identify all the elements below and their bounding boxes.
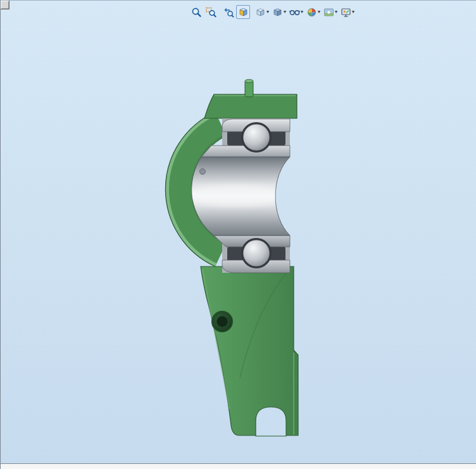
bearing-ball-bottom — [243, 240, 270, 266]
monitor-icon — [341, 7, 351, 18]
apply-scene-button[interactable]: ▾ — [322, 5, 339, 19]
lube-hole — [200, 169, 206, 175]
color-ball-icon — [306, 7, 317, 18]
dropdown-caret[interactable]: ▾ — [266, 9, 269, 15]
status-bar — [1, 463, 476, 469]
dropdown-caret[interactable]: ▾ — [335, 9, 337, 15]
section-cube-icon — [238, 7, 249, 18]
heads-up-toolbar: ▾ ▾ ▾ ▾ — [189, 4, 356, 20]
bearing-ball-top — [243, 124, 270, 151]
scene-picture-icon — [323, 7, 334, 18]
previous-view-button[interactable] — [222, 5, 235, 19]
view-orientation-button[interactable]: ▾ — [254, 5, 270, 19]
glasses-icon — [289, 7, 300, 18]
housing-top-face — [204, 94, 297, 118]
dropdown-caret[interactable]: ▾ — [352, 9, 354, 15]
dropdown-caret[interactable]: ▾ — [301, 9, 303, 15]
zoom-to-fit-button[interactable] — [189, 5, 203, 19]
zoom-to-area-button[interactable] — [204, 5, 218, 19]
magnifier-icon — [191, 7, 202, 18]
back-arrow-lens-icon — [223, 7, 234, 18]
shaded-cube-icon — [272, 7, 283, 18]
dropdown-caret[interactable]: ▾ — [318, 9, 320, 15]
hide-show-items-button[interactable]: ▾ — [288, 5, 304, 19]
display-style-button[interactable]: ▾ — [271, 5, 287, 19]
corner-grip[interactable] — [1, 1, 9, 9]
base-slot-notch — [256, 407, 286, 436]
magnifier-area-icon — [206, 7, 216, 18]
view-settings-button[interactable]: ▾ — [339, 5, 356, 19]
edit-appearance-button[interactable]: ▾ — [305, 5, 322, 19]
graphics-area — [1, 1, 476, 464]
orientation-cube-icon — [255, 7, 266, 18]
dropdown-caret[interactable]: ▾ — [284, 9, 286, 15]
viewport-canvas[interactable] — [1, 1, 476, 465]
section-view-button[interactable] — [236, 5, 250, 19]
app-window: ▾ ▾ ▾ ▾ — [0, 0, 476, 469]
